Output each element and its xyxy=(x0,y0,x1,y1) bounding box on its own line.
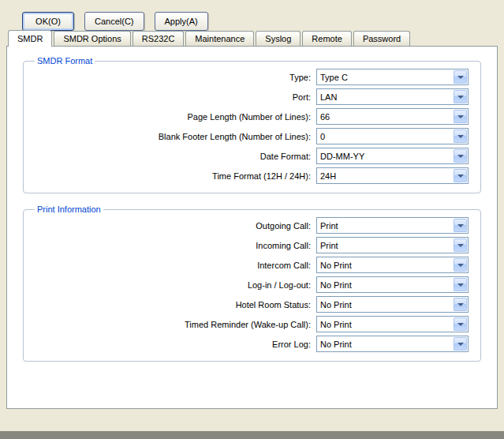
group-smdr-format: SMDR FormatType:Type CPort:LANPage Lengt… xyxy=(23,56,481,193)
combo-selected-value: Type C xyxy=(320,73,348,82)
field-label: Blank Footer Length (Number of Lines): xyxy=(159,132,311,141)
combo-selected-value: 24H xyxy=(320,171,336,181)
groups-container: SMDR FormatType:Type CPort:LANPage Lengt… xyxy=(21,56,483,362)
field-row-time-format: Time Format (12H / 24H):24H xyxy=(33,166,471,186)
field-row-hotel-room-status: Hotel Room Status:No Print xyxy=(33,295,471,314)
combo-blank-footer-length[interactable]: 0 xyxy=(316,128,469,144)
field-label: Timed Reminder (Wake-up Call): xyxy=(185,320,311,329)
field-row-outgoing-call: Outgoing Call:Print xyxy=(33,216,471,235)
field-row-error-log: Error Log:No Print xyxy=(33,334,471,354)
combo-selected-value: Print xyxy=(320,241,338,250)
dropdown-arrow-icon[interactable] xyxy=(454,219,467,232)
combo-hotel-room-status[interactable]: No Print xyxy=(316,296,469,313)
tab-smdr-options[interactable]: SMDR Options xyxy=(54,31,130,46)
tab-password[interactable]: Password xyxy=(353,31,410,46)
combo-selected-value: No Print xyxy=(320,300,352,310)
group-title: SMDR Format xyxy=(35,56,95,66)
combo-outgoing-call[interactable]: Print xyxy=(316,217,469,234)
field-row-blank-footer-length: Blank Footer Length (Number of Lines):0 xyxy=(33,126,471,146)
smdr-settings-window: OK(O) Cancel(C) Apply(A) SMDRSMDR Option… xyxy=(0,0,504,409)
dropdown-arrow-icon[interactable] xyxy=(454,70,467,84)
dropdown-arrow-icon[interactable] xyxy=(454,258,467,272)
field-row-log-in-log-out: Log-in / Log-out:No Print xyxy=(33,275,471,295)
combo-selected-value: 0 xyxy=(320,132,325,141)
field-row-timed-reminder: Timed Reminder (Wake-up Call):No Print xyxy=(33,314,471,334)
combo-selected-value: No Print xyxy=(320,320,352,329)
combo-incoming-call[interactable]: Print xyxy=(316,237,469,253)
field-row-type: Type:Type C xyxy=(33,67,471,87)
dropdown-arrow-icon[interactable] xyxy=(454,298,467,311)
combo-intercom-call[interactable]: No Print xyxy=(316,257,469,273)
field-row-port: Port:LAN xyxy=(33,87,471,107)
combo-selected-value: LAN xyxy=(320,92,337,102)
combo-selected-value: 66 xyxy=(320,112,330,122)
dropdown-arrow-icon[interactable] xyxy=(454,110,467,123)
tab-rs232c[interactable]: RS232C xyxy=(133,31,185,46)
field-row-date-format: Date Format:DD-MM-YY xyxy=(33,146,471,166)
combo-selected-value: Print xyxy=(320,221,338,231)
window-bottom-edge xyxy=(0,431,504,439)
field-row-incoming-call: Incoming Call:Print xyxy=(33,235,471,255)
field-label: Page Length (Number of Lines): xyxy=(187,112,311,122)
combo-timed-reminder[interactable]: No Print xyxy=(316,316,469,332)
field-label: Error Log: xyxy=(272,340,311,349)
field-label: Type: xyxy=(289,73,311,82)
dropdown-arrow-icon[interactable] xyxy=(454,149,467,163)
tab-smdr[interactable]: SMDR xyxy=(8,30,52,47)
combo-page-length[interactable]: 66 xyxy=(316,108,469,125)
field-row-page-length: Page Length (Number of Lines):66 xyxy=(33,107,471,126)
tab-syslog[interactable]: Syslog xyxy=(256,31,301,46)
field-label: Log-in / Log-out: xyxy=(248,280,311,290)
field-label: Port: xyxy=(293,92,311,102)
dropdown-arrow-icon[interactable] xyxy=(454,169,467,182)
combo-selected-value: No Print xyxy=(320,261,352,270)
dropdown-arrow-icon[interactable] xyxy=(454,317,467,331)
cancel-button[interactable]: Cancel(C) xyxy=(84,12,144,31)
dropdown-arrow-icon[interactable] xyxy=(454,238,467,252)
dropdown-arrow-icon[interactable] xyxy=(454,90,467,103)
field-label: Outgoing Call: xyxy=(256,221,311,231)
group-title: Print Information xyxy=(35,204,103,214)
tab-remote[interactable]: Remote xyxy=(302,31,352,46)
combo-type[interactable]: Type C xyxy=(316,69,469,85)
apply-button[interactable]: Apply(A) xyxy=(155,12,208,31)
field-row-intercom-call: Intercom Call:No Print xyxy=(33,255,471,275)
tab-maintenance[interactable]: Maintenance xyxy=(185,31,254,46)
combo-selected-value: DD-MM-YY xyxy=(320,152,364,161)
combo-selected-value: No Print xyxy=(320,280,352,290)
combo-date-format[interactable]: DD-MM-YY xyxy=(316,148,469,164)
dropdown-arrow-icon[interactable] xyxy=(454,337,467,351)
combo-port[interactable]: LAN xyxy=(316,88,469,105)
field-label: Hotel Room Status: xyxy=(236,300,311,310)
group-print-information: Print InformationOutgoing Call:PrintInco… xyxy=(23,204,481,362)
tab-bar: SMDRSMDR OptionsRS232CMaintenanceSyslogR… xyxy=(8,29,504,46)
field-label: Intercom Call: xyxy=(257,261,311,270)
combo-time-format[interactable]: 24H xyxy=(316,167,469,184)
field-label: Incoming Call: xyxy=(256,241,311,250)
dropdown-arrow-icon[interactable] xyxy=(454,278,467,291)
combo-selected-value: No Print xyxy=(320,340,352,349)
combo-log-in-log-out[interactable]: No Print xyxy=(316,276,469,293)
toolbar: OK(O) Cancel(C) Apply(A) xyxy=(0,0,504,29)
dropdown-arrow-icon[interactable] xyxy=(454,129,467,143)
field-label: Time Format (12H / 24H): xyxy=(212,171,311,181)
combo-error-log[interactable]: No Print xyxy=(316,336,469,352)
field-label: Date Format: xyxy=(260,152,311,161)
ok-button[interactable]: OK(O) xyxy=(22,12,74,31)
tab-content-panel: SMDR FormatType:Type CPort:LANPage Lengt… xyxy=(6,46,498,409)
